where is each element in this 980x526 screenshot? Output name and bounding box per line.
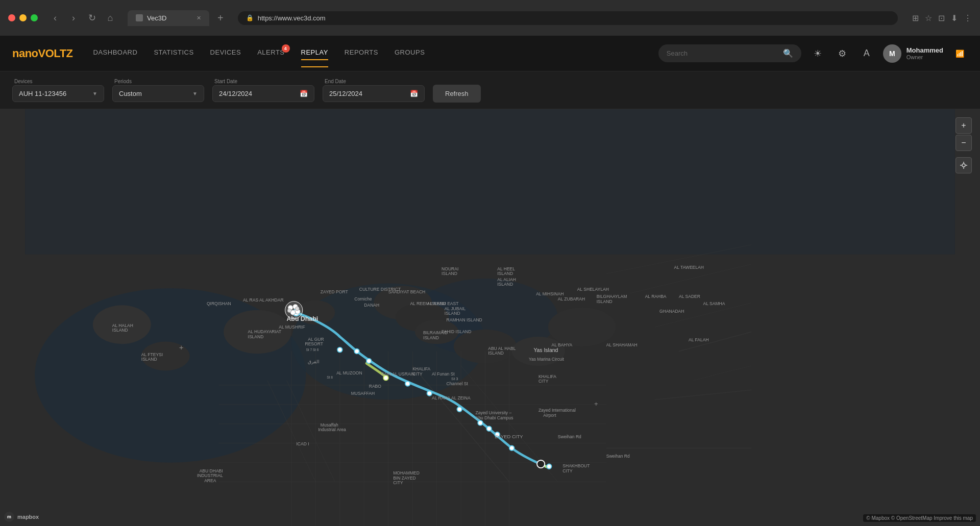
- search-bar[interactable]: 🔍: [658, 44, 801, 62]
- svg-text:الفرق: الفرق: [308, 359, 320, 365]
- browser-tab[interactable]: Vec3D ✕: [128, 10, 209, 26]
- svg-text:ABU DHABI: ABU DHABI: [200, 468, 223, 473]
- mapbox-logo-icon: m: [4, 512, 14, 522]
- end-date-field-group: End Date 25/12/2024 📅: [323, 79, 425, 102]
- svg-point-44: [478, 420, 482, 425]
- brightness-icon[interactable]: ☀: [810, 45, 826, 62]
- svg-text:KHALIFA: KHALIFA: [412, 366, 430, 371]
- svg-point-42: [427, 391, 432, 395]
- svg-text:AL SHELAYLAH: AL SHELAYLAH: [577, 287, 609, 292]
- tab-close-button[interactable]: ✕: [197, 15, 201, 21]
- map-container[interactable]: Abu Dhabi Yas Island Yas Marina Circuit …: [0, 109, 980, 526]
- svg-text:GHANADAH: GHANADAH: [659, 309, 684, 314]
- svg-text:CITY: CITY: [562, 468, 573, 473]
- nav-right: 🔍 ☀ ⚙ A M Mohammed Owner 📶: [658, 44, 968, 63]
- svg-text:ISLAND: ISLAND: [112, 328, 128, 333]
- svg-text:SAADIYAT BEACH: SAADIYAT BEACH: [388, 289, 426, 294]
- nav-item-dashboard[interactable]: DASHBOARD: [93, 48, 138, 58]
- forward-button[interactable]: ›: [66, 11, 81, 25]
- dropdown-arrow-icon: ▼: [92, 91, 97, 96]
- periods-field-group: Periods Custom ▼: [112, 79, 204, 102]
- svg-text:St 7: St 7: [306, 348, 312, 352]
- svg-text:Industrial Area: Industrial Area: [318, 427, 346, 432]
- address-bar[interactable]: 🔒 https://www.vec3d.com: [238, 11, 898, 25]
- svg-point-149: [962, 164, 965, 167]
- extensions-icon[interactable]: ⊞: [912, 13, 919, 23]
- svg-point-37: [337, 347, 342, 352]
- avatar: M: [883, 44, 901, 63]
- zoom-in-button[interactable]: +: [955, 117, 972, 134]
- map-controls: + −: [955, 117, 972, 173]
- tab-title: Vec3D: [147, 14, 166, 22]
- home-button[interactable]: ⌂: [103, 11, 117, 25]
- svg-text:AL HUDAYARIAT: AL HUDAYARIAT: [248, 329, 282, 334]
- profile-icon[interactable]: ⊡: [938, 13, 945, 23]
- close-window-button[interactable]: [8, 14, 15, 21]
- end-date-calendar-icon: 📅: [410, 90, 418, 97]
- user-profile[interactable]: M Mohammed Owner: [883, 44, 943, 63]
- svg-point-38: [354, 349, 359, 354]
- svg-text:Zayed University –: Zayed University –: [476, 410, 512, 415]
- browser-chrome: ‹ › ↻ ⌂ Vec3D ✕ + 🔒 https://www.vec3d.co…: [0, 0, 980, 36]
- replay-toolbar: Devices AUH 11-123456 ▼ Periods Custom ▼…: [0, 71, 980, 109]
- svg-text:+: +: [594, 400, 598, 408]
- signal-icon[interactable]: 📶: [951, 45, 968, 62]
- svg-text:MUSAFFAH: MUSAFFAH: [351, 391, 375, 396]
- svg-text:AL RAHA: AL RAHA: [432, 395, 451, 400]
- logo-prefix: nano: [12, 47, 38, 60]
- svg-text:St 6: St 6: [313, 348, 319, 352]
- alerts-badge: 4: [282, 44, 290, 53]
- nav-item-replay[interactable]: REPLAY: [301, 48, 328, 58]
- app-container: nanoVOLTZ DASHBOARD STATISTICS DEVICES A…: [0, 36, 980, 526]
- active-indicator: [301, 66, 328, 67]
- end-date-picker[interactable]: 25/12/2024 📅: [323, 85, 425, 102]
- nav-item-statistics[interactable]: STATISTICS: [154, 48, 193, 58]
- svg-text:ISLAND: ISLAND: [423, 335, 439, 340]
- search-icon[interactable]: 🔍: [783, 48, 793, 58]
- nav-item-groups[interactable]: GROUPS: [395, 48, 425, 58]
- svg-text:DANAH: DANAH: [364, 303, 379, 308]
- maximize-window-button[interactable]: [31, 14, 38, 21]
- settings-icon[interactable]: ⚙: [834, 45, 850, 62]
- svg-text:ABU AL HABL: ABU AL HABL: [488, 346, 516, 351]
- locate-me-button[interactable]: [955, 157, 972, 173]
- devices-dropdown[interactable]: AUH 11-123456 ▼: [12, 85, 104, 102]
- back-button[interactable]: ‹: [48, 11, 62, 25]
- browser-actions: ⊞ ☆ ⊡ ⬇ ⋮: [912, 13, 972, 23]
- refresh-button[interactable]: Refresh: [433, 85, 481, 103]
- svg-point-43: [457, 407, 461, 412]
- svg-text:ZAYED PORT: ZAYED PORT: [321, 289, 349, 294]
- zoom-out-button[interactable]: −: [955, 135, 972, 151]
- menu-icon[interactable]: ⋮: [964, 13, 972, 23]
- svg-text:AL GUR: AL GUR: [308, 337, 324, 342]
- reload-button[interactable]: ↻: [85, 11, 99, 25]
- new-tab-button[interactable]: +: [217, 12, 224, 24]
- language-icon[interactable]: A: [859, 45, 875, 62]
- nav-item-alerts[interactable]: ALERTS4: [257, 48, 284, 58]
- svg-text:AL RAS AL AKHDAR: AL RAS AL AKHDAR: [243, 297, 284, 303]
- bookmark-icon[interactable]: ☆: [925, 13, 932, 23]
- svg-point-41: [405, 381, 410, 386]
- url-display: https://www.vec3d.com: [258, 14, 326, 22]
- svg-text:CITY: CITY: [393, 480, 403, 485]
- search-input[interactable]: [667, 49, 779, 57]
- svg-text:ISLAND: ISLAND: [497, 271, 513, 276]
- logo-brand: VOLTZ: [38, 47, 73, 60]
- start-date-label: Start Date: [212, 79, 314, 84]
- svg-text:CITY: CITY: [538, 379, 549, 384]
- periods-dropdown[interactable]: Custom ▼: [112, 85, 204, 102]
- svg-text:BILGHAAYLAM: BILGHAAYLAM: [597, 294, 627, 299]
- start-date-picker[interactable]: 24/12/2024 📅: [212, 85, 314, 102]
- browser-window-controls[interactable]: [8, 14, 38, 21]
- svg-text:AL MUSHRIF: AL MUSHRIF: [279, 324, 305, 330]
- minimize-window-button[interactable]: [19, 14, 27, 21]
- nav-item-reports[interactable]: REPORTS: [345, 48, 378, 58]
- svg-text:NOURAI: NOURAI: [442, 266, 458, 271]
- start-date-field-group: Start Date 24/12/2024 📅: [212, 79, 314, 102]
- download-icon[interactable]: ⬇: [951, 13, 958, 23]
- svg-text:Al Funan St: Al Funan St: [432, 371, 455, 377]
- svg-text:AL FALAH: AL FALAH: [689, 337, 709, 342]
- svg-text:BAIN AL USRAIN: BAIN AL USRAIN: [381, 371, 415, 377]
- security-icon: 🔒: [246, 14, 254, 21]
- nav-item-devices[interactable]: DEVICES: [210, 48, 241, 58]
